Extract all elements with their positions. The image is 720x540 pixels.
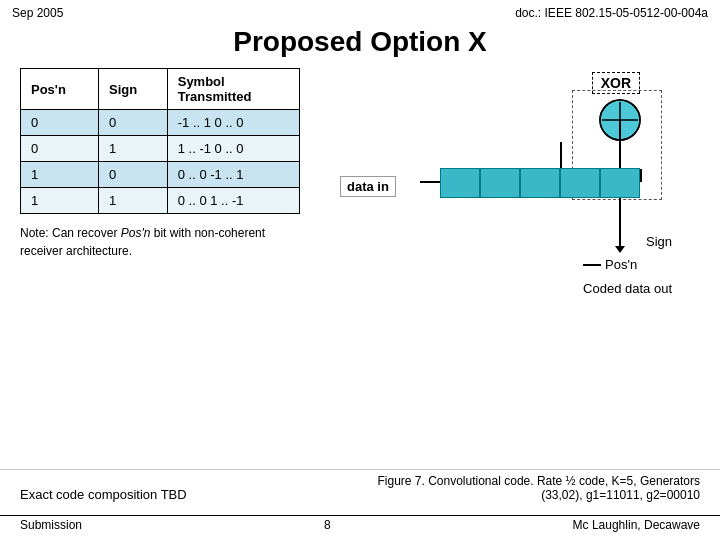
bottom-left: Exact code composition TBD [20, 487, 187, 502]
posn-text: Pos'n [605, 253, 637, 276]
footer-right: Mc Laughlin, Decawave [573, 518, 700, 532]
diagram: XOR data in [340, 68, 680, 328]
header-left: Sep 2005 [12, 6, 63, 20]
table-cell-1-2: 1 .. -1 0 .. 0 [167, 136, 299, 162]
sign-text: Sign [646, 234, 672, 249]
table-cell-0-1: 0 [99, 110, 168, 136]
table-cell-1-0: 0 [21, 136, 99, 162]
data-in-label: data in [340, 176, 396, 197]
feedback-vertical [619, 120, 621, 170]
table-cell-3-2: 0 .. 0 1 .. -1 [167, 188, 299, 214]
table-row: 00-1 .. 1 0 .. 0 [21, 110, 300, 136]
header-right: doc.: IEEE 802.15-05-0512-00-004a [515, 6, 708, 20]
table-cell-2-0: 1 [21, 162, 99, 188]
table-cell-0-2: -1 .. 1 0 .. 0 [167, 110, 299, 136]
col-header-sign: Sign [99, 69, 168, 110]
table-row: 110 .. 0 1 .. -1 [21, 188, 300, 214]
right-panel: XOR data in [340, 68, 700, 348]
bottom-section: Exact code composition TBD Figure 7. Con… [0, 469, 720, 506]
table-row: 100 .. 0 -1 .. 1 [21, 162, 300, 188]
footer: Submission 8 Mc Laughlin, Decawave [0, 515, 720, 534]
col-header-symbol: SymbolTransmitted [167, 69, 299, 110]
table-row: 011 .. -1 0 .. 0 [21, 136, 300, 162]
table-cell-2-1: 0 [99, 162, 168, 188]
left-panel: Pos'n Sign SymbolTransmitted 00-1 .. 1 0… [20, 68, 320, 348]
sign-posn-label: Sign Pos'n Coded data out [583, 230, 672, 300]
footer-left: Submission [20, 518, 82, 532]
reg-block-2 [480, 168, 520, 198]
xor-label: XOR [592, 72, 640, 94]
reg-block-3 [520, 168, 560, 198]
table-cell-3-1: 1 [99, 188, 168, 214]
coded-out-text: Coded data out [583, 281, 672, 296]
table-cell-2-2: 0 .. 0 -1 .. 1 [167, 162, 299, 188]
xor-down [560, 142, 562, 170]
table-cell-3-0: 1 [21, 188, 99, 214]
reg-block-4 [560, 168, 600, 198]
table-cell-0-0: 0 [21, 110, 99, 136]
reg-block-5 [600, 168, 640, 198]
note-text: Note: Can recover Pos'n bit with non-coh… [20, 224, 300, 260]
symbol-table: Pos'n Sign SymbolTransmitted 00-1 .. 1 0… [20, 68, 300, 214]
table-cell-1-1: 1 [99, 136, 168, 162]
footer-center: 8 [324, 518, 331, 532]
bottom-right: Figure 7. Convolutional code. Rate ½ cod… [340, 474, 700, 502]
register-row [440, 168, 640, 198]
reg-block-1 [440, 168, 480, 198]
last-reg-up [640, 169, 642, 182]
page-title: Proposed Option X [0, 26, 720, 58]
col-header-posn: Pos'n [21, 69, 99, 110]
